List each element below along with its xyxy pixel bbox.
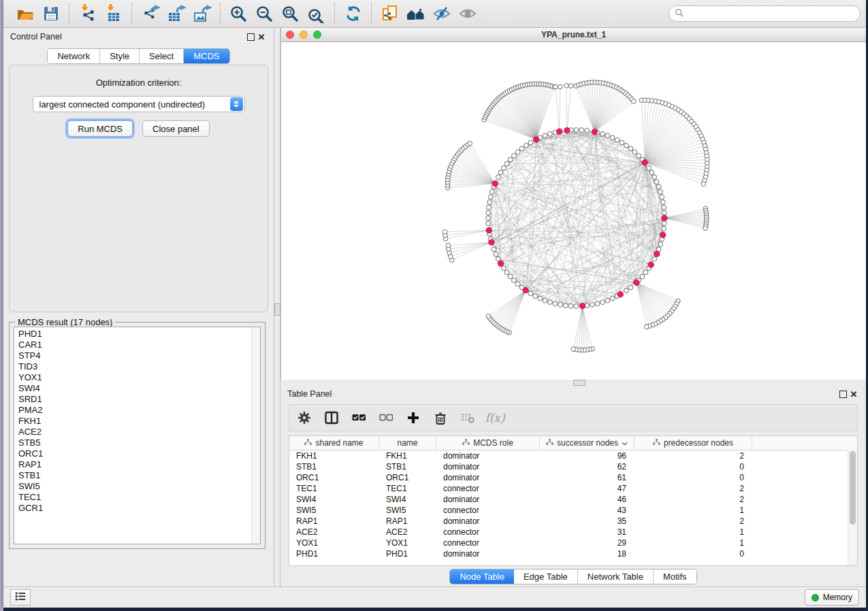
export-network-icon[interactable] — [140, 3, 161, 24]
table-row[interactable]: ORC1ORC1dominator610 — [289, 472, 857, 483]
delete-icon[interactable] — [432, 410, 449, 426]
vertical-splitter[interactable] — [274, 28, 280, 587]
column-header-shared-name[interactable]: shared name — [289, 436, 379, 450]
task-history-button[interactable] — [10, 589, 31, 606]
mcds-result-item[interactable]: STB5 — [18, 437, 251, 448]
table-cell: ORC1 — [289, 472, 379, 483]
search-box — [669, 5, 861, 22]
mcds-result-item[interactable]: SWI4 — [18, 383, 251, 394]
table-cell: dominator — [436, 472, 540, 483]
mcds-result-item[interactable]: SRD1 — [18, 394, 251, 405]
tab-node-table[interactable]: Node Table — [450, 569, 514, 584]
mcds-result-item[interactable]: PHD1 — [18, 329, 251, 340]
table-row[interactable]: FKH1FKH1dominator962 — [289, 450, 857, 461]
import-table-icon[interactable] — [103, 3, 125, 24]
column-header-predecessor-nodes[interactable]: predecessor nodes — [634, 436, 752, 450]
memory-label: Memory — [823, 593, 852, 602]
search-input[interactable] — [687, 8, 854, 19]
mcds-list-scrollbar[interactable] — [251, 327, 260, 544]
mcds-result-item[interactable]: GCR1 — [18, 503, 251, 514]
horizontal-splitter[interactable] — [280, 380, 866, 385]
table-cell: ORC1 — [379, 472, 436, 483]
tab-edge-table[interactable]: Edge Table — [514, 569, 578, 584]
table-tabs: Node TableEdge TableNetwork TableMotifs — [449, 569, 696, 584]
table-cell: TEC1 — [379, 483, 436, 494]
open-folder-icon[interactable] — [14, 3, 36, 24]
mcds-result-item[interactable]: TEC1 — [18, 492, 251, 503]
save-icon[interactable] — [40, 3, 62, 24]
column-header-name[interactable]: name — [379, 436, 436, 450]
select-all-icon[interactable] — [351, 410, 367, 426]
tab-motifs[interactable]: Motifs — [654, 569, 696, 584]
table-cell: 47 — [540, 483, 634, 494]
tab-style[interactable]: Style — [100, 49, 140, 63]
table-row[interactable]: TEC1TEC1connector472 — [289, 483, 857, 494]
zoom-fit-icon[interactable] — [280, 3, 302, 24]
mcds-result-item[interactable]: ACE2 — [18, 427, 251, 437]
column-type-icon — [546, 438, 553, 448]
mcds-result-item[interactable]: FKH1 — [18, 416, 251, 427]
toolbar-separator — [69, 3, 70, 24]
mcds-result-item[interactable]: SWI5 — [18, 481, 251, 492]
tab-network[interactable]: Network — [48, 49, 100, 63]
show-all-networks-icon[interactable] — [405, 3, 427, 24]
export-table-icon[interactable] — [165, 3, 187, 24]
table-cell: connector — [436, 527, 540, 538]
deselect-all-icon[interactable] — [378, 410, 394, 426]
network-canvas[interactable] — [281, 42, 866, 380]
copy-style-icon[interactable] — [379, 3, 401, 24]
mcds-result-item[interactable]: YOX1 — [18, 372, 251, 383]
table-scrollbar-thumb[interactable] — [850, 451, 856, 525]
close-panel-button[interactable]: Close panel — [142, 120, 210, 137]
export-image-icon[interactable] — [191, 3, 213, 24]
zoom-selected-icon[interactable] — [306, 3, 327, 24]
table-panel: Table Panel ✕ f(x) shared namenameMCDS r… — [280, 385, 866, 587]
table-cell: connector — [436, 505, 540, 516]
table-row[interactable]: SWI5SWI5connector431 — [289, 505, 857, 516]
zoom-out-icon[interactable] — [254, 3, 276, 24]
table-row[interactable]: PHD1PHD1dominator180 — [289, 548, 857, 559]
vertical-splitter-grip[interactable] — [274, 303, 280, 316]
table-row[interactable]: ACE2ACE2connector311 — [289, 527, 857, 538]
refresh-layout-icon[interactable] — [342, 3, 364, 24]
columns-icon[interactable] — [323, 410, 340, 426]
table-row[interactable]: RAP1RAP1dominator352 — [289, 516, 857, 527]
close-panel-icon[interactable]: ✕ — [256, 31, 267, 42]
sort-desc-icon — [622, 438, 628, 448]
float-panel-icon[interactable] — [245, 31, 256, 42]
show-network-icon[interactable] — [457, 3, 479, 24]
run-mcds-button[interactable]: Run MCDS — [67, 120, 133, 137]
memory-button[interactable]: Memory — [805, 589, 859, 606]
add-column-icon[interactable] — [405, 410, 421, 426]
function-builder-icon: f(x) — [487, 410, 503, 426]
table-row[interactable]: STB1STB1dominator620 — [289, 461, 857, 472]
mcds-result-item[interactable]: RAP1 — [18, 459, 251, 470]
mcds-result-item[interactable]: STB1 — [18, 470, 251, 481]
mcds-result-item[interactable]: PMA2 — [18, 405, 251, 416]
column-header-successor-nodes[interactable]: successor nodes — [540, 436, 634, 450]
column-header-MCDS-role[interactable]: MCDS role — [436, 436, 540, 450]
close-table-panel-icon[interactable]: ✕ — [848, 389, 859, 399]
float-table-panel-icon[interactable] — [837, 389, 848, 399]
mcds-result-item[interactable]: CAR1 — [18, 340, 251, 350]
tab-mcds[interactable]: MCDS — [184, 49, 229, 63]
gear-icon[interactable] — [296, 410, 312, 426]
import-network-icon[interactable] — [77, 3, 99, 24]
horizontal-splitter-grip[interactable] — [573, 380, 585, 386]
table-cell: SWI5 — [379, 505, 436, 516]
table-cell: PHD1 — [379, 548, 436, 559]
zoom-in-icon[interactable] — [228, 3, 250, 24]
table-cell: TEC1 — [289, 483, 379, 494]
tab-network-table[interactable]: Network Table — [578, 569, 654, 584]
mcds-result-item[interactable]: TID3 — [18, 361, 251, 372]
toolbar-separator — [334, 3, 336, 24]
table-row[interactable]: SWI4SWI4dominator462 — [289, 494, 857, 505]
table-scrollbar[interactable] — [848, 450, 857, 565]
table-cell: dominator — [436, 450, 540, 461]
mcds-result-item[interactable]: STP4 — [18, 350, 251, 361]
table-row[interactable]: YOX1YOX1connector291 — [289, 538, 857, 548]
criterion-dropdown[interactable]: largest connected component (undirected) — [33, 96, 245, 112]
mcds-result-item[interactable]: ORC1 — [18, 448, 251, 459]
hide-network-icon[interactable] — [431, 3, 453, 24]
tab-select[interactable]: Select — [140, 49, 184, 63]
